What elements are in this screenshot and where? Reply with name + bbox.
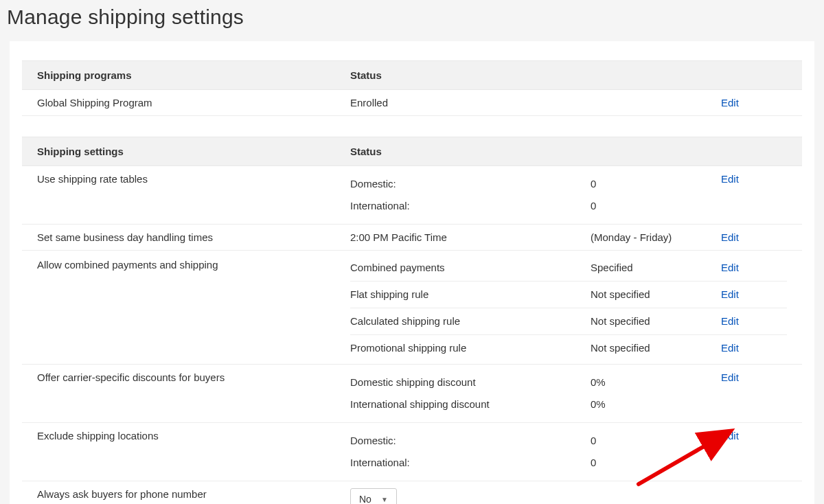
programs-header-col1: Shipping programs bbox=[22, 69, 350, 81]
combined-payments-edit-link[interactable]: Edit bbox=[721, 260, 739, 276]
combined-payments-value: Specified bbox=[591, 255, 721, 282]
shipping-programs-section: Shipping programs Status Global Shipping… bbox=[22, 60, 802, 116]
rate-tables-row: Use shipping rate tables Domestic: Inter… bbox=[22, 166, 802, 225]
exclude-international-value: 0 bbox=[591, 452, 721, 474]
phone-select-value: No bbox=[359, 494, 371, 504]
exclude-domestic-label: Domestic: bbox=[350, 430, 591, 452]
flat-rule-name: Flat shipping rule bbox=[350, 282, 591, 308]
rate-tables-edit-link[interactable]: Edit bbox=[721, 173, 739, 185]
shipping-settings-section: Shipping settings Status Use shipping ra… bbox=[22, 137, 802, 504]
handling-times-edit-link[interactable]: Edit bbox=[721, 231, 739, 243]
global-shipping-program-row: Global Shipping Program Enrolled Edit bbox=[22, 90, 802, 116]
phone-row: Always ask buyers for phone number No ▼ bbox=[22, 481, 802, 504]
combined-row: Allow combined payments and shipping Com… bbox=[22, 251, 802, 365]
gsp-label: Global Shipping Program bbox=[22, 97, 350, 108]
calculated-rule-edit-link[interactable]: Edit bbox=[721, 313, 739, 330]
flat-rule-value: Not specified bbox=[591, 282, 721, 308]
phone-label: Always ask buyers for phone number bbox=[22, 488, 350, 500]
handling-times-row: Set same business day handling times 2:0… bbox=[22, 225, 802, 251]
rate-tables-domestic-label: Domestic: bbox=[350, 173, 591, 195]
calculated-rule-value: Not specified bbox=[591, 308, 721, 335]
handling-times-value: 2:00 PM Pacific Time bbox=[350, 231, 591, 243]
calculated-rule-name: Calculated shipping rule bbox=[350, 308, 591, 335]
settings-header-col2: Status bbox=[350, 146, 591, 157]
domestic-discount-value: 0% bbox=[591, 371, 721, 393]
rate-tables-international-label: International: bbox=[350, 195, 591, 217]
phone-select[interactable]: No ▼ bbox=[350, 488, 397, 504]
exclude-domestic-value: 0 bbox=[591, 430, 721, 452]
domestic-discount-label: Domestic shipping discount bbox=[350, 371, 591, 393]
discounts-label: Offer carrier-specific discounts for buy… bbox=[22, 371, 350, 383]
rate-tables-international-value: 0 bbox=[591, 195, 721, 217]
programs-header: Shipping programs Status bbox=[22, 60, 802, 90]
international-discount-value: 0% bbox=[591, 393, 721, 415]
flat-rule-edit-link[interactable]: Edit bbox=[721, 286, 739, 303]
promotional-rule-name: Promotional shipping rule bbox=[350, 335, 591, 361]
handling-times-label: Set same business day handling times bbox=[22, 231, 350, 243]
combined-payments-name: Combined payments bbox=[350, 255, 591, 282]
exclude-edit-link[interactable]: Edit bbox=[721, 430, 739, 442]
exclude-international-label: International: bbox=[350, 452, 591, 474]
rate-tables-label: Use shipping rate tables bbox=[22, 173, 350, 185]
exclude-label: Exclude shipping locations bbox=[22, 430, 350, 442]
page-title: Manage shipping settings bbox=[0, 0, 824, 41]
programs-header-col2: Status bbox=[350, 69, 591, 81]
gsp-status: Enrolled bbox=[350, 97, 591, 108]
promotional-rule-edit-link[interactable]: Edit bbox=[721, 340, 739, 356]
international-discount-label: International shipping discount bbox=[350, 393, 591, 415]
exclude-row: Exclude shipping locations Domestic: Int… bbox=[22, 423, 802, 481]
discounts-row: Offer carrier-specific discounts for buy… bbox=[22, 365, 802, 423]
discounts-edit-link[interactable]: Edit bbox=[721, 371, 739, 383]
gsp-edit-link[interactable]: Edit bbox=[721, 97, 739, 108]
chevron-down-icon: ▼ bbox=[381, 496, 388, 503]
rate-tables-domestic-value: 0 bbox=[591, 173, 721, 195]
promotional-rule-value: Not specified bbox=[591, 335, 721, 361]
settings-header: Shipping settings Status bbox=[22, 137, 802, 166]
settings-header-col1: Shipping settings bbox=[22, 146, 350, 157]
combined-label: Allow combined payments and shipping bbox=[22, 255, 350, 271]
settings-card: Shipping programs Status Global Shipping… bbox=[10, 41, 814, 504]
handling-times-days: (Monday - Friday) bbox=[591, 231, 721, 243]
